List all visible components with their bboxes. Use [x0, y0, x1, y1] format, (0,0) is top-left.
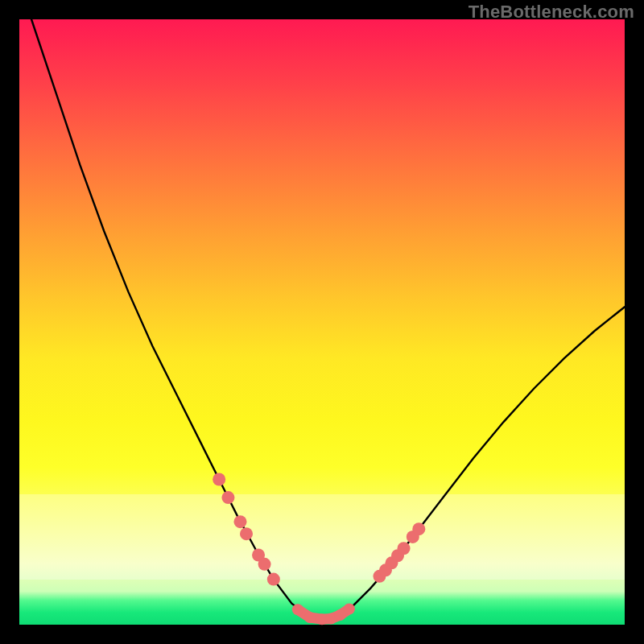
bottleneck-curve	[31, 19, 625, 620]
plot-area	[19, 19, 625, 625]
watermark-text: TheBottleneck.com	[469, 2, 634, 23]
data-marker	[258, 558, 271, 571]
data-marker	[233, 515, 246, 528]
chart-container: TheBottleneck.com	[0, 0, 644, 644]
data-marker	[398, 542, 411, 555]
data-marker	[267, 573, 280, 586]
data-marker	[213, 473, 225, 486]
data-marker	[221, 491, 234, 504]
data-markers	[213, 473, 425, 625]
data-marker	[344, 603, 355, 614]
data-marker	[412, 522, 425, 535]
data-marker	[292, 604, 303, 615]
curve-layer	[19, 19, 625, 625]
data-marker	[240, 527, 253, 540]
data-marker	[304, 612, 316, 623]
